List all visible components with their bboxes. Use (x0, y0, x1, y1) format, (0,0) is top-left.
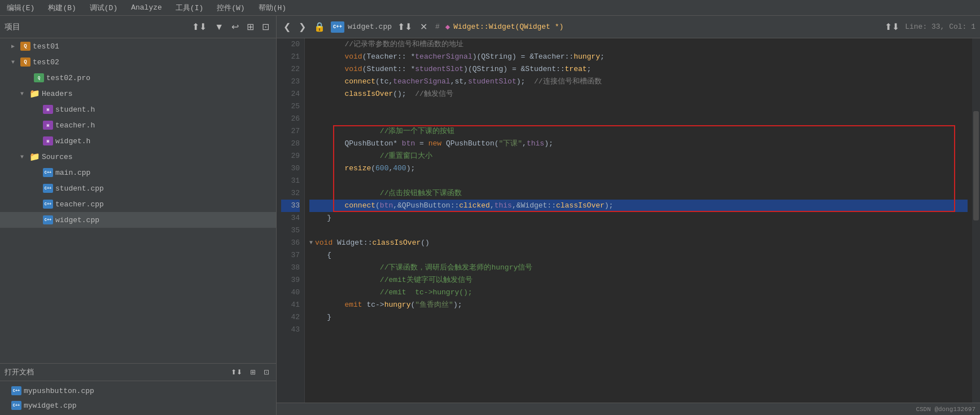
code-line-38: //下课函数，调研后会触发老师的hungry信号 (309, 262, 968, 274)
code-line-37: { (309, 249, 968, 262)
sidebar-item-teacherh[interactable]: ▶ H teacher.h (0, 117, 276, 133)
project-icon-test01: Q (20, 41, 30, 51)
editor-scroll-thumb[interactable] (973, 111, 979, 220)
code-line-25 (309, 100, 968, 113)
sidebar-item-test01[interactable]: ▶ Q test01 (0, 38, 276, 54)
open-doc-label-mywidget: mywidget.cpp (24, 401, 77, 410)
sidebar-item-test02[interactable]: ▼ Q test02 (0, 54, 276, 70)
close-editor-button[interactable]: ✕ (418, 20, 430, 33)
open-docs-options[interactable]: ⊡ (261, 367, 272, 377)
sidebar-label-studentcpp: student.cpp (55, 184, 104, 193)
open-docs-list: C++ mypushbutton.cpp C++ mywidget.cpp (0, 381, 276, 415)
menu-controls[interactable]: 控件(W) (215, 2, 247, 14)
sidebar-item-test02pro[interactable]: ▶ Q test02.pro (0, 70, 276, 86)
menu-build[interactable]: 构建(B) (46, 2, 78, 14)
sidebar-item-maincpp[interactable]: ▶ C++ main.cpp (0, 165, 276, 180)
menu-debug[interactable]: 调试(D) (88, 2, 120, 14)
code-line-34: } (309, 212, 968, 224)
code-line-22: void(Student:: *studentSlot)(QString) = … (309, 63, 968, 76)
collapse-arrow-headers[interactable]: ▼ (20, 91, 27, 97)
toolbar: 项目 ⬆⬇ ▼ ↩ ⊞ ⊡ ❮ ❯ 🔒 C++ widget.cpp ⬆⬇ ✕ … (0, 16, 980, 38)
menu-help[interactable]: 帮助(H) (256, 2, 288, 14)
h-icon-studenth: H (43, 104, 53, 114)
code-line-36: ▼ void Widget::classIsOver() (309, 237, 968, 249)
code-container: 20 21 22 23 24 25 26 27 28 29 30 31 32 3… (277, 38, 980, 403)
h-icon-teacherh: H (43, 120, 53, 130)
sidebar-label-headers: Headers (42, 90, 73, 98)
sidebar-label-studenth: student.h (55, 105, 95, 114)
sidebar-label-widgeth: widget.h (55, 137, 90, 145)
sidebar-item-studentcpp[interactable]: ▶ C++ student.cpp (0, 180, 276, 196)
sidebar-item-teachercpp[interactable]: ▶ C++ teacher.cpp (0, 196, 276, 212)
project-icon-test02: Q (20, 57, 30, 67)
collapse-arrow-test02[interactable]: ▼ (11, 59, 18, 65)
file-sort-button[interactable]: ⬆⬇ (395, 20, 414, 33)
status-text: CSDN @dong132697 (916, 406, 975, 413)
sync-button[interactable]: ↩ (229, 20, 241, 33)
sidebar-item-sources[interactable]: ▼ 📁 Sources (0, 149, 276, 165)
filter-button[interactable]: ▼ (212, 21, 226, 33)
menu-tools[interactable]: 工具(I) (173, 2, 205, 14)
code-line-42: } (309, 311, 968, 324)
code-line-41: emit tc->hungry("鱼香肉丝"); (309, 299, 968, 311)
toolbar-right-section: ❮ ❯ 🔒 C++ widget.cpp ⬆⬇ ✕ # ◆ Widget::Wi… (277, 16, 980, 38)
sidebar-label-maincpp: main.cpp (55, 169, 90, 177)
project-tree[interactable]: ▶ Q test01 ▼ Q test02 ▶ Q (0, 38, 276, 363)
function-name: Widget::Widget(QWidget *) (453, 23, 879, 31)
sidebar-label-test02pro: test02.pro (46, 74, 90, 82)
code-line-26 (309, 113, 968, 125)
project-label: 项目 (5, 22, 186, 32)
sidebar-bottom: 打开文档 ⬆⬇ ⊞ ⊡ C++ mypushbutton.cpp C++ (0, 363, 276, 415)
open-doc-mypushbuttoncpp[interactable]: C++ mypushbutton.cpp (0, 383, 276, 398)
code-line-27: //添加一个下课的按钮 (309, 125, 968, 138)
toolbar-left-section: 项目 ⬆⬇ ▼ ↩ ⊞ ⊡ (0, 16, 277, 38)
line-col-info: Line: 33, Col: 1 (905, 23, 975, 31)
file-type-icon: C++ (331, 21, 344, 33)
function-sort-button[interactable]: ⬆⬇ (882, 20, 902, 33)
cpp-icon-widgetcpp: C++ (43, 215, 53, 225)
code-text[interactable]: //记录带参数的信号和槽函数的地址 void(Teacher:: *teache… (305, 38, 972, 403)
sidebar-label-teachercpp: teacher.cpp (55, 200, 104, 209)
diamond-icon: ◆ (445, 22, 450, 32)
lock-button[interactable]: 🔒 (312, 20, 327, 33)
back-button[interactable]: ❮ (281, 20, 293, 33)
code-line-31 (309, 175, 968, 187)
editor-scrollbar[interactable] (972, 38, 980, 403)
cpp-icon-maincpp: C++ (43, 167, 53, 178)
h-icon-widgeth: H (43, 136, 53, 146)
open-doc-label-mypushbutton: mypushbutton.cpp (24, 387, 94, 395)
open-docs-add[interactable]: ⊞ (248, 367, 258, 377)
sidebar-item-headers[interactable]: ▼ 📁 Headers (0, 86, 276, 101)
sort-order-button[interactable]: ⬆⬇ (190, 20, 209, 33)
sidebar: ▶ Q test01 ▼ Q test02 ▶ Q (0, 38, 277, 415)
add-panel-button[interactable]: ⊞ (244, 20, 256, 33)
collapse-arrow-test01[interactable]: ▶ (11, 43, 18, 50)
code-line-23: connect(tc,teacherSignal,st,studentSlot)… (309, 76, 968, 88)
menu-analyze[interactable]: Analyze (129, 2, 164, 13)
sidebar-label-test01: test01 (33, 42, 59, 51)
tab-filename: widget.cpp (348, 23, 392, 31)
status-bar: CSDN @dong132697 (277, 403, 980, 415)
sidebar-item-widgetcpp[interactable]: ▶ C++ widget.cpp (0, 212, 276, 228)
code-line-40: //emit tc->hungry(); (309, 286, 968, 299)
menu-edit[interactable]: 编辑(E) (5, 2, 37, 14)
code-line-30: resize(600,400); (309, 162, 968, 175)
line-numbers: 20 21 22 23 24 25 26 27 28 29 30 31 32 3… (277, 38, 305, 403)
sidebar-label-sources: Sources (42, 153, 73, 161)
code-line-43 (309, 324, 968, 336)
options-button[interactable]: ⊡ (260, 20, 272, 33)
sidebar-item-widgeth[interactable]: ▶ H widget.h (0, 133, 276, 149)
cpp-icon-mypushbutton: C++ (11, 386, 21, 396)
forward-button[interactable]: ❯ (296, 20, 308, 33)
pro-icon: Q (34, 73, 44, 83)
collapse-arrow-sources[interactable]: ▼ (20, 154, 27, 160)
open-docs-header: 打开文档 ⬆⬇ ⊞ ⊡ (0, 364, 276, 381)
code-line-32: //点击按钮触发下课函数 (309, 187, 968, 200)
sidebar-item-studenth[interactable]: ▶ H student.h (0, 101, 276, 117)
code-line-28: QPushButton* btn = new QPushButton("下课",… (309, 138, 968, 150)
open-docs-sort[interactable]: ⬆⬇ (229, 367, 244, 377)
open-doc-mywidgetcpp[interactable]: C++ mywidget.cpp (0, 398, 276, 413)
sidebar-label-test02: test02 (33, 58, 59, 67)
code-line-24: classIsOver(); //触发信号 (309, 88, 968, 100)
cpp-icon-mywidget: C++ (11, 400, 21, 410)
